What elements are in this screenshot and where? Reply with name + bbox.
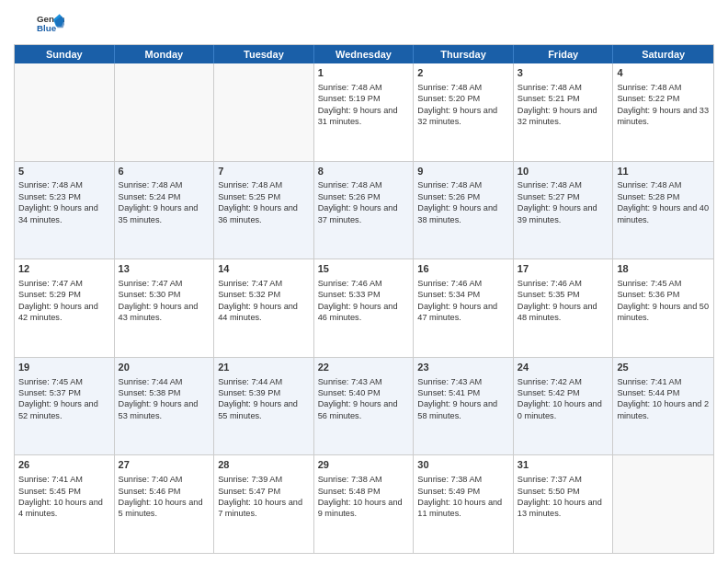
calendar: SundayMondayTuesdayWednesdayThursdayFrid… <box>14 44 714 554</box>
day-content-line: Daylight: 10 hours and 2 minutes. <box>617 398 710 421</box>
day-number-26: 26 <box>18 458 110 472</box>
day-content-line: Sunset: 5:26 PM <box>318 191 410 202</box>
cal-cell-w4-d4: 30Sunrise: 7:38 AMSunset: 5:49 PMDayligh… <box>414 455 514 553</box>
day-content-line: Daylight: 10 hours and 4 minutes. <box>18 497 110 520</box>
header: General Blue <box>14 9 714 37</box>
day-number-9: 9 <box>417 165 509 178</box>
day-content-line: Daylight: 9 hours and 38 minutes. <box>417 202 509 225</box>
day-number-28: 28 <box>218 458 310 472</box>
day-content-line: Sunrise: 7:38 AM <box>417 474 509 485</box>
day-content-line: Sunset: 5:22 PM <box>617 93 710 104</box>
day-content-line: Sunset: 5:35 PM <box>518 289 609 300</box>
day-content-line: Daylight: 9 hours and 53 minutes. <box>119 398 210 421</box>
day-content-line: Sunset: 5:36 PM <box>617 289 710 300</box>
day-content-line: Sunset: 5:40 PM <box>318 387 410 398</box>
day-content-line: Sunset: 5:19 PM <box>318 93 410 104</box>
day-number-20: 20 <box>119 361 210 374</box>
day-content-line: Sunrise: 7:45 AM <box>617 278 710 289</box>
day-number-22: 22 <box>318 361 410 374</box>
day-content-line: Sunset: 5:37 PM <box>18 387 110 398</box>
day-content-line: Sunrise: 7:48 AM <box>318 179 410 190</box>
day-number-31: 31 <box>518 458 609 472</box>
day-content-line: Daylight: 9 hours and 33 minutes. <box>617 105 710 128</box>
day-number-8: 8 <box>318 165 410 178</box>
day-content-line: Sunset: 5:34 PM <box>417 289 509 300</box>
calendar-body: 1Sunrise: 7:48 AMSunset: 5:19 PMDaylight… <box>15 63 713 553</box>
day-number-27: 27 <box>119 458 210 472</box>
day-content-line: Sunrise: 7:40 AM <box>119 474 210 485</box>
day-content-line: Sunrise: 7:48 AM <box>318 82 410 93</box>
day-content-line: Daylight: 9 hours and 44 minutes. <box>218 301 310 324</box>
cal-cell-w4-d5: 31Sunrise: 7:37 AMSunset: 5:50 PMDayligh… <box>514 455 614 553</box>
day-content-line: Daylight: 9 hours and 46 minutes. <box>318 301 410 324</box>
week-row-1: 5Sunrise: 7:48 AMSunset: 5:23 PMDaylight… <box>15 162 713 260</box>
day-content-line: Sunrise: 7:47 AM <box>18 278 110 289</box>
day-content-line: Daylight: 9 hours and 47 minutes. <box>417 301 509 324</box>
cal-cell-w3-d0: 19Sunrise: 7:45 AMSunset: 5:37 PMDayligh… <box>15 358 115 455</box>
day-number-7: 7 <box>218 165 310 178</box>
day-content-line: Sunrise: 7:43 AM <box>417 376 509 387</box>
cal-cell-w2-d3: 15Sunrise: 7:46 AMSunset: 5:33 PMDayligh… <box>314 259 415 357</box>
day-content-line: Sunrise: 7:38 AM <box>318 474 410 485</box>
day-content-line: Sunset: 5:20 PM <box>417 93 509 104</box>
cal-cell-w0-d4: 2Sunrise: 7:48 AMSunset: 5:20 PMDaylight… <box>414 63 514 161</box>
day-content-line: Sunset: 5:30 PM <box>119 289 210 300</box>
cal-cell-w0-d3: 1Sunrise: 7:48 AMSunset: 5:19 PMDaylight… <box>314 63 415 161</box>
day-content-line: Sunrise: 7:46 AM <box>417 278 509 289</box>
day-content-line: Daylight: 10 hours and 11 minutes. <box>417 497 509 520</box>
cal-cell-w1-d6: 11Sunrise: 7:48 AMSunset: 5:28 PMDayligh… <box>613 162 713 259</box>
cal-cell-w3-d6: 25Sunrise: 7:41 AMSunset: 5:44 PMDayligh… <box>613 358 713 455</box>
day-content-line: Sunset: 5:29 PM <box>18 289 110 300</box>
day-content-line: Sunset: 5:47 PM <box>218 486 310 497</box>
day-content-line: Daylight: 10 hours and 0 minutes. <box>518 398 609 421</box>
day-content-line: Sunrise: 7:48 AM <box>518 82 609 93</box>
day-content-line: Sunset: 5:33 PM <box>318 289 410 300</box>
day-number-13: 13 <box>119 262 210 276</box>
day-content-line: Sunrise: 7:46 AM <box>318 278 410 289</box>
day-number-17: 17 <box>518 262 609 276</box>
cal-cell-w4-d3: 29Sunrise: 7:38 AMSunset: 5:48 PMDayligh… <box>314 455 415 553</box>
day-content-line: Sunset: 5:50 PM <box>518 486 609 497</box>
week-row-3: 19Sunrise: 7:45 AMSunset: 5:37 PMDayligh… <box>15 358 713 456</box>
day-content-line: Daylight: 9 hours and 32 minutes. <box>417 105 509 128</box>
day-content-line: Daylight: 9 hours and 42 minutes. <box>18 301 110 324</box>
day-number-1: 1 <box>318 66 410 80</box>
svg-text:Blue: Blue <box>37 23 57 33</box>
day-number-21: 21 <box>218 361 310 374</box>
day-content-line: Sunrise: 7:45 AM <box>18 376 110 387</box>
week-row-4: 26Sunrise: 7:41 AMSunset: 5:45 PMDayligh… <box>15 455 713 553</box>
day-number-29: 29 <box>318 458 410 472</box>
page: General Blue SundayMondayTuesdayWednesda… <box>0 0 728 563</box>
day-content-line: Sunrise: 7:48 AM <box>617 179 710 190</box>
day-content-line: Sunset: 5:25 PM <box>218 191 310 202</box>
day-content-line: Sunset: 5:21 PM <box>518 93 609 104</box>
day-content-line: Daylight: 9 hours and 36 minutes. <box>218 202 310 225</box>
day-content-line: Sunrise: 7:48 AM <box>18 179 110 190</box>
cal-cell-w0-d0 <box>15 63 115 161</box>
header-day-0: Sunday <box>15 45 115 63</box>
day-content-line: Sunset: 5:26 PM <box>417 191 509 202</box>
logo: General Blue <box>14 9 91 37</box>
day-content-line: Sunrise: 7:48 AM <box>518 179 609 190</box>
cal-cell-w1-d2: 7Sunrise: 7:48 AMSunset: 5:25 PMDaylight… <box>214 162 314 259</box>
day-content-line: Sunrise: 7:37 AM <box>518 474 609 485</box>
day-content-line: Daylight: 9 hours and 32 minutes. <box>518 105 609 128</box>
logo-icon: General Blue <box>14 9 87 37</box>
cal-cell-w1-d3: 8Sunrise: 7:48 AMSunset: 5:26 PMDaylight… <box>314 162 415 259</box>
day-content-line: Sunset: 5:38 PM <box>119 387 210 398</box>
cal-cell-w2-d1: 13Sunrise: 7:47 AMSunset: 5:30 PMDayligh… <box>115 259 215 357</box>
cal-cell-w1-d1: 6Sunrise: 7:48 AMSunset: 5:24 PMDaylight… <box>115 162 215 259</box>
day-content-line: Sunrise: 7:48 AM <box>417 179 509 190</box>
header-day-6: Saturday <box>613 45 713 63</box>
cal-cell-w1-d5: 10Sunrise: 7:48 AMSunset: 5:27 PMDayligh… <box>514 162 614 259</box>
header-day-5: Friday <box>514 45 614 63</box>
cal-cell-w2-d4: 16Sunrise: 7:46 AMSunset: 5:34 PMDayligh… <box>414 259 514 357</box>
day-content-line: Sunrise: 7:46 AM <box>518 278 609 289</box>
day-content-line: Daylight: 9 hours and 43 minutes. <box>119 301 210 324</box>
cal-cell-w0-d5: 3Sunrise: 7:48 AMSunset: 5:21 PMDaylight… <box>514 63 614 161</box>
day-content-line: Sunset: 5:27 PM <box>518 191 609 202</box>
day-content-line: Daylight: 9 hours and 39 minutes. <box>518 202 609 225</box>
header-day-4: Thursday <box>414 45 514 63</box>
day-content-line: Daylight: 10 hours and 13 minutes. <box>518 497 609 520</box>
day-content-line: Sunset: 5:42 PM <box>518 387 609 398</box>
